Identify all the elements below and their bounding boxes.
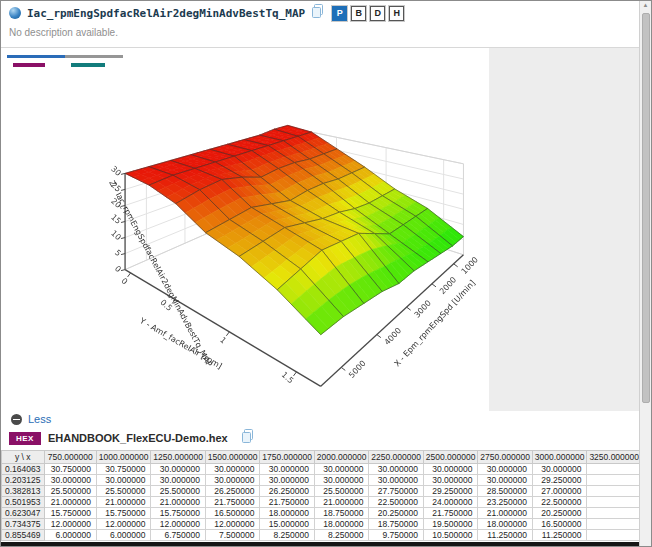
table-cell[interactable]: 28.500000 (478, 486, 533, 497)
table-cell[interactable]: 30.750000 (96, 464, 151, 475)
table-col-header: 2250.000000 (369, 451, 424, 464)
table-col-header: 750.000000 (44, 451, 96, 464)
less-link[interactable]: Less (11, 413, 51, 425)
table-cell[interactable]: 6.000000 (96, 530, 151, 541)
table-cell[interactable]: 30.000000 (532, 464, 587, 475)
table-cell[interactable]: 30.000000 (369, 475, 424, 486)
table-cell[interactable]: 30.000000 (44, 475, 96, 486)
table-cell[interactable]: 20.250000 (532, 508, 587, 519)
table-cell[interactable]: 11.250000 (532, 530, 587, 541)
table-cell[interactable]: 16.500000 (205, 508, 260, 519)
table-cell[interactable]: 30.000000 (423, 464, 478, 475)
table-cell[interactable]: 18.750000 (314, 508, 369, 519)
table-cell[interactable]: 21.750000 (260, 497, 315, 508)
table-cell[interactable]: 21.750000 (205, 497, 260, 508)
table-cell[interactable]: 22.500000 (532, 497, 587, 508)
table-cell[interactable]: 15.750000 (96, 508, 151, 519)
table-cell[interactable]: 21.000000 (151, 497, 206, 508)
table-cell[interactable]: 29.250000 (423, 486, 478, 497)
table-cell[interactable]: 30.000000 (96, 475, 151, 486)
table-cell[interactable]: 15.750000 (44, 508, 96, 519)
copy-icon[interactable] (311, 4, 324, 22)
table-cell[interactable]: 11.250000 (478, 530, 533, 541)
table-cell[interactable]: 12.000000 (96, 519, 151, 530)
view-button-p[interactable]: P (332, 6, 347, 21)
table-cell[interactable]: 18.000000 (260, 508, 315, 519)
table-cell[interactable]: 30.000000 (478, 464, 533, 475)
table-cell[interactable]: 19.500000 (423, 519, 478, 530)
table-cell[interactable] (587, 486, 642, 497)
horizontal-scrollbar[interactable] (1, 542, 642, 547)
vertical-scrollbar[interactable]: ▲ (639, 1, 651, 547)
table-cell[interactable]: 26.250000 (205, 486, 260, 497)
table-cell[interactable]: 10.500000 (423, 530, 478, 541)
table-cell[interactable]: 12.000000 (151, 519, 206, 530)
table-row: 0.16406330.75000030.75000030.00000030.00… (2, 464, 642, 475)
file-row: HEX EHANDBOOK_FlexECU-Demo.hex (9, 429, 254, 447)
table-cell[interactable]: 30.750000 (44, 464, 96, 475)
table-cell[interactable] (587, 464, 642, 475)
table-cell[interactable] (587, 508, 642, 519)
table-cell[interactable]: 15.750000 (151, 508, 206, 519)
surface-plot[interactable] (1, 67, 489, 411)
table-cell[interactable]: 12.000000 (205, 519, 260, 530)
table-cell[interactable] (587, 475, 642, 486)
file-hex-badge: HEX (9, 432, 41, 445)
table-cell[interactable]: 21.750000 (423, 508, 478, 519)
table-row-header: 0.203125 (2, 475, 45, 486)
table-cell[interactable]: 7.500000 (205, 530, 260, 541)
table-cell[interactable]: 21.000000 (96, 497, 151, 508)
table-cell[interactable]: 15.000000 (260, 519, 315, 530)
table-cell[interactable]: 22.500000 (369, 497, 424, 508)
table-cell[interactable]: 27.000000 (532, 486, 587, 497)
map-symbol-icon (9, 7, 21, 19)
table-cell[interactable] (587, 519, 642, 530)
table-cell[interactable]: 30.000000 (423, 475, 478, 486)
table-cell[interactable] (587, 530, 642, 541)
table-cell[interactable]: 30.000000 (205, 475, 260, 486)
table-cell[interactable]: 20.250000 (369, 508, 424, 519)
table-cell[interactable]: 30.000000 (205, 464, 260, 475)
table-cell[interactable]: 12.000000 (44, 519, 96, 530)
table-cell[interactable]: 21.000000 (44, 497, 96, 508)
table-cell[interactable]: 25.500000 (314, 486, 369, 497)
scrollbar-thumb[interactable] (642, 13, 650, 403)
table-cell[interactable]: 30.000000 (151, 464, 206, 475)
table-cell[interactable] (587, 497, 642, 508)
view-button-h[interactable]: H (389, 6, 404, 21)
table-cell[interactable]: 21.000000 (478, 508, 533, 519)
table-cell[interactable]: 6.000000 (44, 530, 96, 541)
table-cell[interactable]: 8.250000 (260, 530, 315, 541)
table-cell[interactable]: 9.750000 (369, 530, 424, 541)
table-cell[interactable]: 30.000000 (314, 475, 369, 486)
table-cell[interactable]: 23.250000 (478, 497, 533, 508)
table-cell[interactable]: 18.000000 (478, 519, 533, 530)
table-row: 0.50195321.00000021.00000021.00000021.75… (2, 497, 642, 508)
table-cell[interactable]: 30.000000 (369, 464, 424, 475)
table-cell[interactable]: 30.000000 (260, 475, 315, 486)
table-cell[interactable]: 8.250000 (314, 530, 369, 541)
table-cell[interactable]: 30.000000 (314, 464, 369, 475)
table-cell[interactable]: 18.750000 (369, 519, 424, 530)
scroll-up-icon[interactable]: ▲ (640, 2, 651, 8)
table-cell[interactable]: 27.750000 (369, 486, 424, 497)
table-cell[interactable]: 29.250000 (532, 475, 587, 486)
table-cell[interactable]: 25.500000 (96, 486, 151, 497)
table-corner-cell: y \ x (2, 451, 45, 464)
table-cell[interactable]: 24.000000 (423, 497, 478, 508)
table-row-header: 0.501953 (2, 497, 45, 508)
table-cell[interactable]: 30.000000 (478, 475, 533, 486)
table-cell[interactable]: 25.500000 (151, 486, 206, 497)
copy-icon[interactable] (241, 429, 254, 447)
table-cell[interactable]: 25.500000 (44, 486, 96, 497)
view-button-b[interactable]: B (351, 6, 366, 21)
view-button-d[interactable]: D (370, 6, 385, 21)
table-cell[interactable]: 30.000000 (151, 475, 206, 486)
table-row-header: 0.734375 (2, 519, 45, 530)
table-cell[interactable]: 30.000000 (260, 464, 315, 475)
table-cell[interactable]: 6.750000 (151, 530, 206, 541)
table-cell[interactable]: 18.000000 (314, 519, 369, 530)
table-cell[interactable]: 21.000000 (314, 497, 369, 508)
table-cell[interactable]: 26.250000 (260, 486, 315, 497)
table-cell[interactable]: 16.500000 (532, 519, 587, 530)
